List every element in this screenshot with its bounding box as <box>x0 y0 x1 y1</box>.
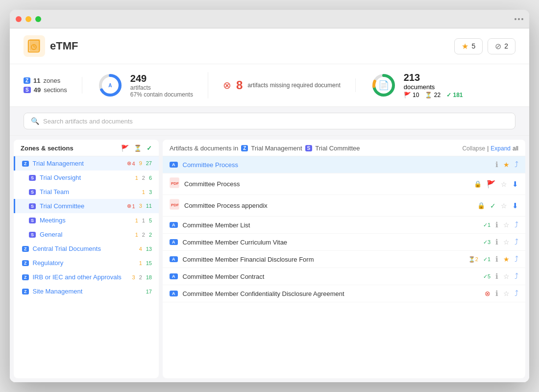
cursor-icon[interactable]: ⤴ <box>514 255 518 264</box>
right-header-left: Artifacts & documents in Z Trial Managem… <box>170 145 360 152</box>
artifact-row[interactable]: A Committee Member List ✓1 ℹ ☆ ⤴ <box>163 217 525 234</box>
artifact-row[interactable]: A Committee Member Financial Disclosure … <box>163 251 525 268</box>
cursor-icon[interactable]: ⤴ <box>514 272 518 281</box>
section-item-general[interactable]: S General 1 2 2 <box>14 227 159 242</box>
section-badge: S <box>305 145 313 151</box>
flag-icon[interactable]: 🚩 <box>487 180 496 189</box>
row-actions: ⊗ ℹ ☆ ⤴ <box>485 289 518 298</box>
zones-label: zones <box>44 77 61 84</box>
zone-badge: Z <box>22 246 29 252</box>
zone-item-regulatory[interactable]: Z Regulatory 1 15 <box>14 256 159 270</box>
info-icon[interactable]: ℹ <box>495 220 498 229</box>
zone-badge: Z <box>22 289 29 294</box>
section-item-trial-team[interactable]: S Trial Team 1 3 <box>14 185 159 199</box>
star-empty-icon[interactable]: ☆ <box>501 202 507 210</box>
section-item-trial-committee[interactable]: S Trial Committee ⊗ 1 3 11 <box>14 199 159 213</box>
star-empty-icon[interactable]: ☆ <box>503 238 510 246</box>
section-badge: S <box>29 203 36 209</box>
doc-check-count: ✓ 181 <box>446 92 463 98</box>
cursor-icon[interactable]: ⤴ <box>514 160 518 169</box>
zone-item-site[interactable]: Z Site Management 17 <box>14 284 159 298</box>
zone-item-central-trial[interactable]: Z Central Trial Documents 4 13 <box>14 242 159 256</box>
artifact-name: Committee Member Contract <box>183 273 483 280</box>
star-empty-icon[interactable]: ☆ <box>503 290 510 297</box>
artifact-row[interactable]: A Committee Process ℹ ★ ⤴ <box>163 156 525 173</box>
artifact-row[interactable]: A Committee Member Curriculum Vitae ✓3 ℹ… <box>163 234 525 251</box>
artifacts-label: artifacts <box>130 84 193 91</box>
star-filled-icon[interactable]: ★ <box>503 255 510 263</box>
docs-text: 213 documents 🚩 10 ⏳ 22 ✓ 181 <box>404 72 463 98</box>
section-item-trial-oversight[interactable]: S Trial Oversight 1 2 6 <box>14 171 159 185</box>
zone-item-irb[interactable]: Z IRB or IEC and other Approvals 3 2 18 <box>14 270 159 284</box>
star-icon: ★ <box>462 42 468 51</box>
close-button[interactable] <box>16 16 22 22</box>
starred-button[interactable]: ★ 5 <box>454 38 483 54</box>
info-icon[interactable]: ℹ <box>495 160 498 169</box>
zone-counts: 1 15 <box>139 260 152 266</box>
section-green-count: 5 <box>149 218 152 223</box>
section-label: Trial Committee <box>315 145 360 152</box>
section-gray-count: 2 <box>142 232 145 238</box>
pdf-icon: PDF <box>170 199 179 212</box>
section-counts: ⊗ 1 3 11 <box>127 203 152 209</box>
artifact-badge: A <box>170 256 178 262</box>
artifact-row[interactable]: A Committee Member Confidentiality Discl… <box>163 285 525 302</box>
zone-name: IRB or IEC and other Approvals <box>33 273 132 281</box>
download-icon[interactable]: ⬇ <box>512 201 518 210</box>
download-icon[interactable]: ⬇ <box>512 180 518 189</box>
section-name: Trial Oversight <box>40 174 135 181</box>
star-empty-icon[interactable]: ☆ <box>501 180 507 188</box>
artifacts-text: 249 artifacts 67% contain documents <box>130 73 193 98</box>
info-icon[interactable]: ℹ <box>495 272 498 281</box>
lock-icon: 🔒 <box>477 202 485 209</box>
cursor-icon[interactable]: ⤴ <box>514 289 518 298</box>
check-count: ✓5 <box>483 273 490 280</box>
maximize-button[interactable] <box>35 16 41 22</box>
zones-sections-stat: Z 11 zones S 49 sections <box>24 77 82 94</box>
app-title: eTMF <box>50 40 78 52</box>
artifacts-donut: A <box>97 72 123 98</box>
flag-sort-icon[interactable]: 🚩 <box>121 145 129 152</box>
info-icon[interactable]: ℹ <box>495 255 498 264</box>
artifact-name: Committee Member Financial Disclosure Fo… <box>183 256 468 263</box>
section-item-meetings[interactable]: S Meetings 1 1 5 <box>14 213 159 227</box>
blocked-count: 2 <box>504 42 508 50</box>
cursor-icon[interactable]: ⤴ <box>514 220 518 229</box>
artifact-row[interactable]: A Committee Member Contract ✓5 ℹ ☆ ⤴ <box>163 268 525 285</box>
zone-item-trial-management[interactable]: Z Trial Management ⊗ 4 9 27 <box>14 156 159 171</box>
check-count: ✓3 <box>483 239 490 245</box>
section-badge: S <box>29 175 36 181</box>
stats-bar: Z 11 zones S 49 sections A <box>10 64 529 107</box>
search-input[interactable] <box>43 118 508 125</box>
search-input-wrap[interactable]: 🔍 <box>24 113 515 129</box>
zone-counts: 4 13 <box>139 246 152 252</box>
zone-green-count: 15 <box>146 260 152 266</box>
minimize-button[interactable] <box>25 16 31 22</box>
hourglass-sort-icon[interactable]: ⏳ <box>134 145 142 152</box>
right-header-actions: Collapse | Expand all <box>462 145 518 152</box>
info-icon[interactable]: ℹ <box>495 289 498 298</box>
star-empty-icon[interactable]: ☆ <box>503 272 510 280</box>
zone-badge: Z <box>22 260 29 266</box>
right-panel: Artifacts & documents in Z Trial Managem… <box>163 140 525 378</box>
section-name: Trial Committee <box>40 202 126 210</box>
star-filled-icon[interactable]: ★ <box>503 161 510 169</box>
logo-area: eTMF <box>24 35 454 57</box>
docs-label: documents <box>404 83 463 91</box>
section-orange-count: 1 <box>135 218 138 223</box>
info-icon[interactable]: ℹ <box>495 238 498 246</box>
docs-count: 213 <box>404 72 463 83</box>
zone-badge: Z <box>22 274 29 280</box>
cursor-icon[interactable]: ⤴ <box>514 238 518 246</box>
check-sort-icon[interactable]: ✓ <box>147 145 152 152</box>
row-actions: ✓3 ℹ ☆ ⤴ <box>483 238 518 246</box>
artifact-name: Committee Member Confidentiality Disclos… <box>183 290 485 297</box>
document-row[interactable]: PDF Committee Process 🔒 🚩 ☆ ⬇ <box>163 173 525 195</box>
collapse-link[interactable]: Collapse <box>462 145 485 152</box>
docs-donut-icon: 📄 <box>378 80 389 91</box>
zone-counts: 3 2 18 <box>132 274 152 280</box>
star-empty-icon[interactable]: ☆ <box>503 221 510 229</box>
blocked-button[interactable]: ⊘ 2 <box>488 38 515 54</box>
document-row[interactable]: PDF Committee Process appendix 🔒 ✓ ☆ ⬇ <box>163 195 525 217</box>
expand-link[interactable]: Expand <box>490 145 511 152</box>
